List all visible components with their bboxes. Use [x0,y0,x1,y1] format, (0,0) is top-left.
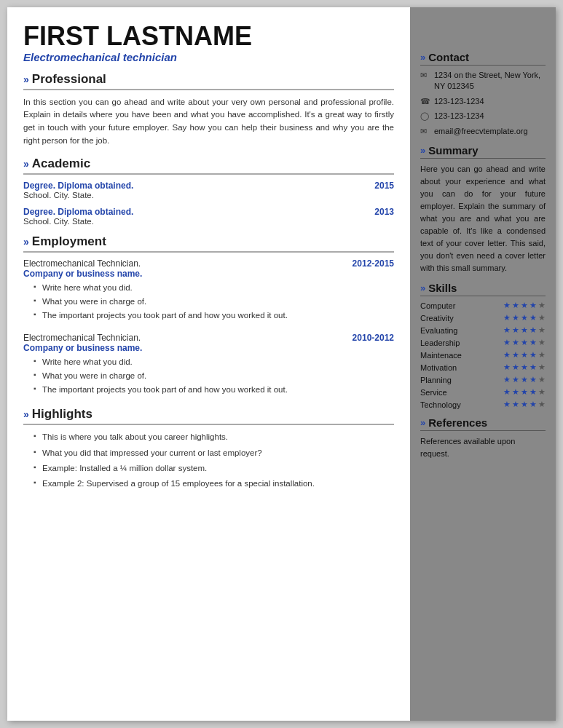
skills-divider [420,296,546,296]
star-filled: ★ [503,350,511,360]
emp-bullet-1-2: What you were in charge of. [35,296,394,307]
academic-entry-2: Degree. Diploma obtained. 2013 School. C… [23,207,394,226]
contact-heading: Contact [428,51,469,63]
emp-dates-2: 2010-2012 [353,333,394,343]
summary-divider [420,158,546,159]
academic-heading: Academic [32,157,90,171]
phone1-icon: ☎ [420,96,430,107]
emp-title-2: Electromechanical Technician. [23,333,141,343]
emp-row-2: Electromechanical Technician. 2010-2012 [23,333,394,343]
emp-bullet-1-3: The important projects you took part of … [35,309,394,321]
skill-name-5: Motivation [420,363,471,372]
professional-heading: Professional [32,72,106,87]
star-filled: ★ [521,387,528,397]
right-spacer [420,17,546,51]
star-filled: ★ [521,325,528,335]
school-label-2: School. City. State. [23,217,394,226]
skill-stars-6: ★★★★★ [503,375,546,384]
star-filled: ★ [529,350,537,360]
employment-arrows-icon: » [23,236,29,248]
skills-heading: Skills [428,282,457,294]
star-filled: ★ [512,375,519,384]
star-filled: ★ [512,313,519,323]
skill-row-0: Computer★★★★★ [420,301,546,310]
skill-name-3: Leadership [420,339,471,347]
name-block: FIRST LASTNAME Electromechanical technic… [23,22,394,63]
right-column: » Contact ✉ 1234 on the Street, New York… [410,7,556,721]
star-filled: ★ [529,301,537,310]
star-empty: ★ [538,325,546,335]
professional-arrows-icon: » [23,74,29,85]
emp-entry-1: Electromechanical Technician. 2012-2015 … [23,258,394,321]
summary-arrows-icon: » [420,145,425,156]
skill-row-6: Planning★★★★★ [420,375,546,384]
highlight-1: This is where you talk about you career … [35,431,394,443]
skills-container: Computer★★★★★Creativity★★★★★Evaluating★★… [420,301,546,409]
star-empty: ★ [538,350,546,360]
degree-year-2: 2013 [374,207,394,217]
skill-stars-2: ★★★★★ [503,325,546,335]
employment-divider [23,251,394,253]
highlights-heading: Highlights [32,407,92,422]
skill-stars-1: ★★★★★ [503,313,546,323]
skill-stars-5: ★★★★★ [503,363,546,372]
star-filled: ★ [529,363,537,372]
star-filled: ★ [503,363,511,372]
emp-entry-2: Electromechanical Technician. 2010-2012 … [23,333,394,395]
references-arrows-icon: » [420,417,425,428]
contact-phone2: 123-123-1234 [434,111,484,122]
skill-name-2: Evaluating [420,326,471,335]
contact-address: 1234 on the Street, New York, NY 012345 [434,70,546,92]
star-filled: ★ [503,375,511,384]
emp-row-1: Electromechanical Technician. 2012-2015 [23,258,394,269]
contact-email: email@freecvtemplate.org [434,126,528,137]
star-filled: ★ [503,387,511,397]
contact-phone1: 123-123-1234 [434,96,484,107]
professional-divider [23,89,394,90]
summary-text: Here you can go ahead and write about yo… [420,163,546,274]
contact-email-item: ✉ email@freecvtemplate.org [420,126,546,137]
star-filled: ★ [521,301,528,310]
star-filled: ★ [529,400,537,409]
star-filled: ★ [529,313,537,323]
skill-row-7: Service★★★★★ [420,387,546,397]
star-filled: ★ [521,363,528,372]
skill-name-8: Technology [420,400,471,409]
skill-row-3: Leadership★★★★★ [420,338,546,347]
star-filled: ★ [512,338,519,347]
contact-divider [420,65,546,66]
highlights-section-header: » Highlights [23,407,394,422]
skill-stars-7: ★★★★★ [503,387,546,397]
star-filled: ★ [512,325,519,335]
star-filled: ★ [503,338,511,347]
skill-row-5: Motivation★★★★★ [420,363,546,372]
highlight-4: Example 2: Supervised a group of 15 empl… [35,478,394,489]
emp-dates-1: 2012-2015 [353,258,394,269]
skill-name-6: Planning [420,376,471,384]
star-empty: ★ [538,400,546,409]
star-filled: ★ [512,400,519,409]
star-filled: ★ [521,313,528,323]
academic-arrows-icon: » [23,158,29,170]
email-icon: ✉ [420,126,430,137]
academic-row-1: Degree. Diploma obtained. 2015 [23,181,394,191]
star-filled: ★ [503,313,511,323]
skill-name-0: Computer [420,301,471,310]
resume-page: FIRST LASTNAME Electromechanical technic… [7,7,556,721]
skill-row-2: Evaluating★★★★★ [420,325,546,335]
skill-name-4: Maintenace [420,351,471,360]
highlights-arrows-icon: » [23,408,29,420]
skill-row-1: Creativity★★★★★ [420,313,546,323]
contact-arrows-icon: » [420,52,425,63]
skills-arrows-icon: » [420,282,425,293]
highlight-2: What you did that impressed your current… [35,447,394,459]
skill-name-7: Service [420,388,471,397]
summary-section-header: » Summary [420,144,546,157]
contact-phone2-item: ◯ 123-123-1234 [420,111,546,122]
skills-section-header: » Skills [420,282,546,294]
star-filled: ★ [503,301,511,310]
references-section-header: » References [420,416,546,429]
star-empty: ★ [538,363,546,372]
skill-row-4: Maintenace★★★★★ [420,350,546,360]
academic-divider [23,173,394,175]
